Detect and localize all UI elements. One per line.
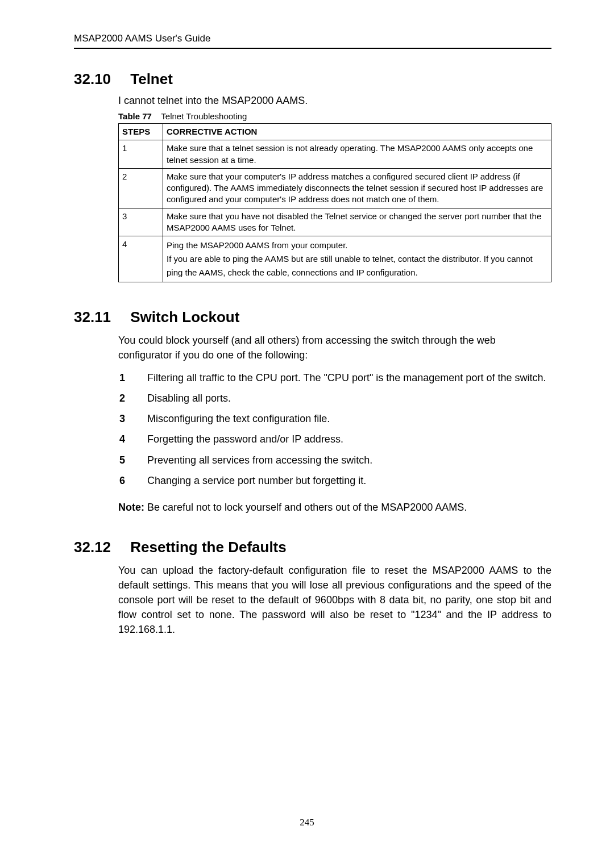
cell-action: Make sure that a telnet session is not a…: [163, 140, 551, 169]
list-item: 2 Disabling all ports.: [133, 391, 551, 406]
list-item-text: Disabling all ports.: [147, 393, 231, 404]
cell-step: 3: [119, 208, 163, 236]
list-item: 6 Changing a service port number but for…: [133, 473, 551, 488]
table-header-row: STEPS CORRECTIVE ACTION: [119, 124, 551, 140]
cell-step: 1: [119, 140, 163, 169]
list-item-text: Changing a service port number but forge…: [147, 475, 366, 486]
table-caption-label: Table 77: [118, 111, 152, 121]
table-row: 4 Ping the MSAP2000 AAMS from your compu…: [119, 236, 551, 282]
page-number: 245: [0, 817, 614, 828]
col-header-steps: STEPS: [119, 124, 163, 140]
section-title: Telnet: [130, 70, 173, 88]
list-item: 5 Preventing all services from accessing…: [133, 453, 551, 468]
note-label: Note:: [118, 502, 144, 513]
telnet-intro: I cannot telnet into the MSAP2000 AAMS.: [118, 95, 551, 107]
section-body-telnet: I cannot telnet into the MSAP2000 AAMS. …: [118, 95, 551, 282]
cell-step: 2: [119, 168, 163, 208]
section-heading-resetting: 32.12 Resetting the Defaults: [74, 539, 551, 556]
section-body-switch-lockout: You could block yourself (and all others…: [118, 333, 551, 514]
list-item-text: Forgetting the password and/or IP addres…: [147, 433, 343, 445]
section-heading-switch-lockout: 32.11 Switch Lockout: [74, 308, 551, 326]
table-row: 2 Make sure that your computer's IP addr…: [119, 168, 551, 208]
list-item-text: Preventing all services from accessing t…: [147, 454, 372, 466]
col-header-action: CORRECTIVE ACTION: [163, 124, 551, 140]
section-heading-telnet: 32.10 Telnet: [74, 70, 551, 88]
section-number: 32.10: [74, 70, 126, 88]
section-title: Switch Lockout: [130, 308, 239, 326]
cell-step: 4: [119, 236, 163, 282]
table-row: 1 Make sure that a telnet session is not…: [119, 140, 551, 169]
section-body-resetting: You can upload the factory-default confi…: [118, 563, 551, 637]
section-number: 32.11: [74, 308, 126, 326]
note-line: Note: Be careful not to lock yourself an…: [118, 502, 551, 514]
telnet-troubleshooting-table: STEPS CORRECTIVE ACTION 1 Make sure that…: [118, 123, 551, 282]
running-head: MSAP2000 AAMS User's Guide: [74, 33, 551, 49]
cell-action: Ping the MSAP2000 AAMS from your compute…: [163, 236, 551, 282]
cell-action: Make sure that you have not disabled the…: [163, 208, 551, 236]
switch-lockout-para: You could block yourself (and all others…: [118, 333, 551, 362]
cell-action: Make sure that your computer's IP addres…: [163, 168, 551, 208]
table-row: 3 Make sure that you have not disabled t…: [119, 208, 551, 236]
list-item: 4 Forgetting the password and/or IP addr…: [133, 432, 551, 446]
list-item-text: Filtering all traffic to the CPU port. T…: [147, 372, 546, 383]
page: MSAP2000 AAMS User's Guide 32.10 Telnet …: [0, 0, 614, 868]
list-item: 3 Misconfiguring the text configuration …: [133, 411, 551, 426]
note-text: Be careful not to lock yourself and othe…: [144, 502, 467, 513]
section-number: 32.12: [74, 539, 126, 556]
list-item: 1 Filtering all traffic to the CPU port.…: [133, 370, 551, 385]
table-caption: Table 77 Telnet Troubleshooting: [118, 111, 551, 121]
switch-lockout-list: 1 Filtering all traffic to the CPU port.…: [133, 370, 551, 488]
list-item-text: Misconfiguring the text configuration fi…: [147, 413, 330, 424]
table-caption-title: Telnet Troubleshooting: [161, 111, 247, 121]
section-title: Resetting the Defaults: [130, 539, 287, 556]
resetting-para: You can upload the factory-default confi…: [118, 563, 551, 637]
